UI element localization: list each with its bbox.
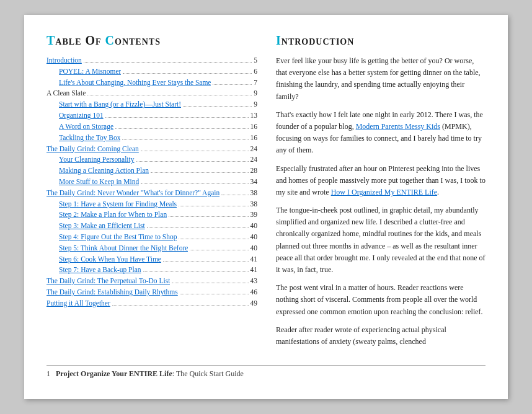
- toc-page: 41: [250, 265, 258, 276]
- footer-title-bold: Project Organize Your ENTIRE Life: [56, 369, 172, 378]
- toc-entry: Step 5: Think About Dinner the Night Bef…: [59, 243, 257, 254]
- intro-paragraph: Reader after reader wrote of experiencin…: [276, 324, 485, 348]
- organized-life-link[interactable]: How I Organized My ENTIRE Life: [331, 188, 437, 196]
- toc-link[interactable]: More Stuff to Keep in Mind: [59, 177, 139, 188]
- toc-page: 16: [250, 121, 258, 133]
- toc-link[interactable]: Step 1: Have a System for Finding Meals: [59, 199, 177, 210]
- toc-entry: Start with a Bang (or a Fizzle)—Just Sta…: [59, 99, 257, 110]
- toc-dots: [163, 261, 249, 262]
- toc-link[interactable]: The Daily Grind: Establishing Daily Rhyt…: [47, 287, 178, 298]
- toc-dots: [105, 117, 249, 118]
- content-area: Table of Contents Introduction5POYEL: A …: [47, 33, 485, 354]
- footer-number: 1: [47, 369, 50, 378]
- intro-paragraph: Ever feel like your busy life is getting…: [276, 55, 485, 103]
- toc-page: 6: [254, 66, 257, 77]
- toc-dots: [123, 73, 252, 74]
- toc-entry: Step 1: Have a System for Finding Meals3…: [59, 199, 257, 210]
- toc-link[interactable]: The Daily Grind: Coming Clean: [47, 144, 139, 155]
- toc-page: 5: [254, 55, 257, 66]
- toc-dots: [221, 195, 248, 195]
- toc-page: 34: [250, 177, 258, 188]
- page: Table of Contents Introduction5POYEL: A …: [24, 15, 508, 399]
- toc-dots: [190, 250, 248, 250]
- toc-link[interactable]: The Daily Grind: The Perpetual To-Do Lis…: [47, 276, 170, 287]
- toc-page: 7: [254, 77, 257, 89]
- toc-list: Introduction5POYEL: A Misnomer6Life's Ab…: [47, 55, 257, 309]
- toc-label: A Clean Slate: [47, 88, 86, 99]
- toc-dots: [136, 161, 249, 162]
- toc-link[interactable]: The Daily Grind: Never Wonder "What's fo…: [47, 188, 219, 199]
- toc-column: Table of Contents Introduction5POYEL: A …: [47, 33, 257, 354]
- toc-dots: [141, 183, 248, 184]
- toc-entry: Tackling the Toy Box16: [59, 133, 257, 144]
- toc-link[interactable]: Putting it All Together: [47, 298, 110, 309]
- toc-page: 16: [250, 133, 258, 144]
- mpmk-link[interactable]: Modern Parents Messy Kids: [356, 122, 440, 131]
- toc-link[interactable]: Step 7: Have a Back-up Plan: [59, 265, 141, 276]
- toc-dots: [84, 62, 252, 63]
- toc-page: 40: [250, 221, 258, 232]
- toc-dots: [112, 305, 249, 306]
- toc-link[interactable]: Step 4: Figure Out the Best Time to Shop: [59, 232, 177, 243]
- toc-link[interactable]: A Word on Storage: [59, 121, 113, 133]
- toc-entry: More Stuff to Keep in Mind34: [59, 177, 257, 188]
- intro-column: Introduction Ever feel like your busy li…: [276, 33, 485, 354]
- toc-dots: [172, 283, 248, 283]
- intro-paragraph: The tongue-in-cheek post outlined, in gr…: [276, 205, 485, 276]
- toc-entry: Organizing 10113: [59, 110, 257, 121]
- toc-dots: [87, 95, 252, 95]
- toc-page: 46: [250, 287, 258, 298]
- toc-link[interactable]: POYEL: A Misnomer: [59, 66, 121, 77]
- toc-entry: A Word on Storage16: [59, 121, 257, 133]
- toc-page: 38: [250, 188, 258, 199]
- toc-entry: Your Cleaning Personality24: [59, 154, 257, 165]
- toc-dots: [147, 227, 249, 228]
- toc-link[interactable]: Organizing 101: [59, 110, 104, 121]
- toc-link[interactable]: Step 5: Think About Dinner the Night Bef…: [59, 243, 188, 254]
- toc-dots: [169, 216, 248, 217]
- toc-page: 28: [250, 165, 258, 177]
- toc-entry: Introduction5: [47, 55, 257, 66]
- toc-entry: Step 6: Cook When You Have Time41: [59, 254, 257, 265]
- toc-link[interactable]: Life's About Changing, Nothing Ever Stay…: [59, 77, 211, 89]
- toc-dots: [115, 128, 249, 129]
- toc-link[interactable]: Making a Cleaning Action Plan: [59, 165, 149, 177]
- toc-page: 24: [250, 144, 258, 155]
- toc-dots: [183, 106, 252, 107]
- footer-title-rest: : The Quick Start Guide: [172, 369, 244, 378]
- intro-paragraphs: Ever feel like your busy life is getting…: [276, 55, 485, 348]
- footer: 1 Project Organize Your ENTIRE Life: The…: [47, 365, 485, 379]
- toc-entry: The Daily Grind: The Perpetual To-Do Lis…: [47, 276, 257, 287]
- toc-entry: Making a Cleaning Action Plan28: [59, 165, 257, 177]
- toc-entry: POYEL: A Misnomer6: [59, 66, 257, 77]
- toc-link[interactable]: Step 2: Make a Plan for When to Plan: [59, 209, 167, 221]
- toc-dots: [141, 151, 249, 151]
- toc-page: 39: [250, 209, 258, 221]
- toc-dots: [213, 84, 252, 85]
- toc-link[interactable]: Step 6: Cook When You Have Time: [59, 254, 161, 265]
- toc-link[interactable]: Introduction: [47, 55, 82, 66]
- toc-entry: Step 7: Have a Back-up Plan41: [59, 265, 257, 276]
- toc-entry: Step 2: Make a Plan for When to Plan39: [59, 209, 257, 221]
- toc-link[interactable]: Your Cleaning Personality: [59, 154, 135, 165]
- toc-dots: [122, 139, 248, 140]
- toc-entry: Putting it All Together49: [47, 298, 257, 309]
- toc-link[interactable]: Step 3: Make an Efficient List: [59, 221, 145, 232]
- toc-dots: [180, 294, 249, 294]
- toc-page: 38: [250, 199, 258, 210]
- toc-link[interactable]: Tackling the Toy Box: [59, 133, 120, 144]
- toc-entry: The Daily Grind: Establishing Daily Rhyt…: [47, 287, 257, 298]
- toc-page: 24: [250, 154, 258, 165]
- toc-dots: [179, 206, 248, 206]
- toc-link[interactable]: Start with a Bang (or a Fizzle)—Just Sta…: [59, 99, 181, 110]
- toc-entry: Step 3: Make an Efficient List40: [59, 221, 257, 232]
- toc-page: 43: [250, 276, 258, 287]
- toc-entry: The Daily Grind: Never Wonder "What's fo…: [47, 188, 257, 199]
- toc-page: 49: [250, 298, 258, 309]
- toc-entry: Step 4: Figure Out the Best Time to Shop…: [59, 232, 257, 243]
- intro-paragraph: Especially frustrated after an hour on P…: [276, 163, 485, 199]
- toc-dots: [179, 239, 248, 239]
- toc-dots: [143, 271, 249, 272]
- intro-heading: Introduction: [276, 33, 485, 48]
- toc-page: 13: [250, 110, 258, 121]
